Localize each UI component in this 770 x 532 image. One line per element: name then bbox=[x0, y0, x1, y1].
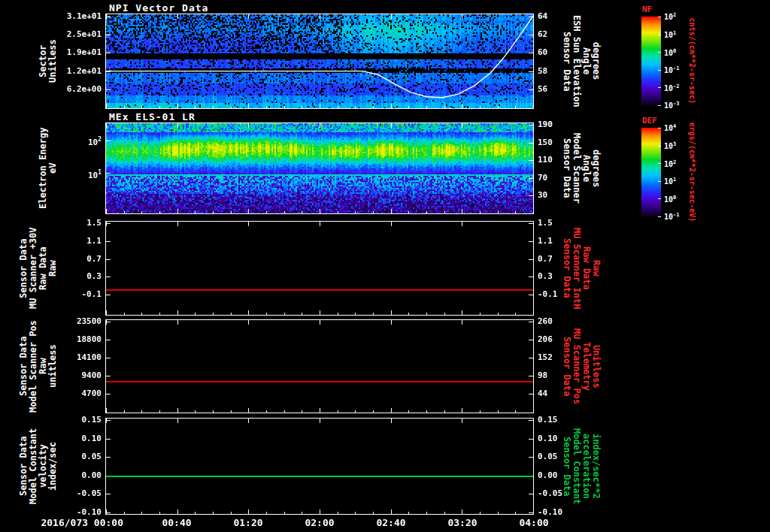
tick-mark bbox=[529, 494, 533, 494]
tick-mark bbox=[177, 222, 178, 226]
scanpos-y-axis-label: Sensor Data Model Scanner Pos Raw unitle… bbox=[19, 320, 58, 413]
tick-mark bbox=[515, 512, 516, 514]
y-tick-label: 14100 bbox=[77, 353, 102, 362]
tick-mark bbox=[658, 128, 661, 128]
tick-mark bbox=[195, 512, 196, 514]
tick-mark bbox=[408, 313, 409, 315]
y-tick-label: 1.5 bbox=[86, 219, 102, 228]
scanner-pos-panel[interactable]: Sensor Data Model Scanner Pos Raw unitle… bbox=[105, 319, 534, 413]
tick-mark bbox=[106, 14, 107, 19]
colorbar-tick-label: 10-1 bbox=[664, 212, 679, 221]
y-tick-label: 0.10 bbox=[538, 434, 558, 443]
tick-mark bbox=[106, 358, 111, 358]
time-axis: 2016/073 00:00 00:4001:2002:0002:4003:20… bbox=[105, 517, 534, 529]
tick-mark bbox=[302, 313, 302, 315]
tick-mark bbox=[462, 419, 462, 423]
time-tick-label: 02:40 bbox=[376, 517, 405, 528]
def-colorbar: DEF ergs/(cm**2-sr-sec-eV) 1041031021011… bbox=[641, 128, 661, 216]
tick-mark bbox=[284, 106, 285, 108]
tick-mark bbox=[159, 512, 160, 514]
npi-spectrogram-panel[interactable]: Sector Unitless Sensor Data ESH Sun Elev… bbox=[105, 14, 534, 109]
tick-mark bbox=[391, 320, 392, 325]
tick-mark bbox=[106, 259, 111, 260]
tick-mark bbox=[248, 209, 249, 213]
y-tick-label: 58 bbox=[538, 67, 547, 76]
mu-scanner-30v-panel[interactable]: Sensor Data MU Scanner +30V Raw Data Raw… bbox=[105, 221, 534, 316]
tick-mark bbox=[533, 123, 534, 128]
tick-mark bbox=[106, 340, 111, 340]
tick-mark bbox=[373, 313, 374, 315]
npi-panel-title: NPI Vector Data bbox=[109, 2, 208, 14]
tick-mark bbox=[106, 71, 111, 72]
tick-mark bbox=[408, 410, 409, 413]
tick-mark bbox=[391, 310, 392, 315]
data-line bbox=[106, 476, 533, 477]
tick-mark bbox=[320, 209, 320, 213]
tick-mark bbox=[529, 160, 533, 161]
tick-mark bbox=[248, 222, 249, 226]
tick-mark bbox=[106, 419, 107, 423]
tick-mark bbox=[124, 313, 125, 315]
tick-mark bbox=[231, 106, 232, 108]
tick-mark bbox=[195, 211, 196, 213]
tick-mark bbox=[338, 313, 338, 315]
nf-colorbar-gradient bbox=[641, 17, 661, 105]
npi-heatmap bbox=[106, 14, 533, 108]
tick-mark bbox=[658, 35, 661, 35]
tick-mark bbox=[106, 173, 111, 174]
tick-mark bbox=[284, 512, 285, 514]
tick-mark bbox=[462, 509, 462, 514]
y-tick-label: 4700 bbox=[82, 389, 102, 398]
y-tick-label: 0.00 bbox=[82, 471, 102, 480]
tick-mark bbox=[529, 89, 533, 90]
time-axis-start-label: 2016/073 00:00 bbox=[41, 517, 123, 528]
tick-mark bbox=[106, 295, 111, 295]
tick-mark bbox=[355, 313, 356, 315]
tick-mark bbox=[498, 211, 499, 213]
tick-mark bbox=[658, 181, 661, 182]
tick-mark bbox=[266, 313, 267, 315]
tick-mark bbox=[106, 394, 111, 394]
tick-mark bbox=[213, 211, 214, 213]
y-tick-label: -0.10 bbox=[77, 508, 102, 517]
tick-mark bbox=[320, 222, 320, 226]
y-tick-label: 98 bbox=[538, 371, 547, 380]
tick-mark bbox=[533, 104, 534, 108]
colorbar-tick-label: 100 bbox=[664, 47, 676, 56]
tick-mark bbox=[124, 106, 125, 108]
time-tick-label: 03:20 bbox=[447, 517, 477, 528]
tick-mark bbox=[462, 320, 462, 325]
tick-mark bbox=[320, 419, 320, 423]
tick-mark bbox=[529, 358, 533, 358]
tick-mark bbox=[462, 104, 462, 108]
els-spectrogram-panel[interactable]: Electron Energy eV Sensor Data Model Sca… bbox=[105, 122, 534, 214]
tick-mark bbox=[462, 222, 462, 226]
tick-mark bbox=[177, 320, 178, 325]
tick-mark bbox=[320, 14, 320, 19]
tick-mark bbox=[338, 512, 338, 514]
tick-mark bbox=[177, 408, 178, 413]
tick-mark bbox=[426, 211, 427, 213]
tick-mark bbox=[515, 211, 516, 213]
tick-mark bbox=[373, 512, 374, 514]
tick-mark bbox=[462, 408, 462, 413]
tick-mark bbox=[498, 410, 499, 413]
model-constant-velocity-panel[interactable]: Sensor Data Model Constant velocity inde… bbox=[105, 418, 534, 515]
tick-mark bbox=[533, 509, 534, 514]
y-tick-label: -0.1 bbox=[82, 290, 102, 299]
tick-mark bbox=[195, 106, 196, 108]
tick-mark bbox=[106, 494, 111, 494]
tick-mark bbox=[320, 104, 320, 108]
tick-mark bbox=[320, 509, 320, 514]
y-tick-label: 110 bbox=[538, 156, 553, 165]
tick-mark bbox=[480, 106, 480, 108]
tick-mark bbox=[529, 35, 533, 35]
tick-mark bbox=[106, 277, 111, 277]
tick-mark bbox=[248, 14, 249, 19]
y-tick-label: 2.5e+01 bbox=[67, 30, 102, 39]
tick-mark bbox=[355, 106, 356, 108]
tick-mark bbox=[141, 211, 142, 213]
tick-mark bbox=[529, 195, 533, 196]
tick-mark bbox=[106, 89, 111, 90]
scanpos-right-axis-label: Sensor Data MU Scanner Pos Telemetry Uni… bbox=[562, 320, 601, 413]
